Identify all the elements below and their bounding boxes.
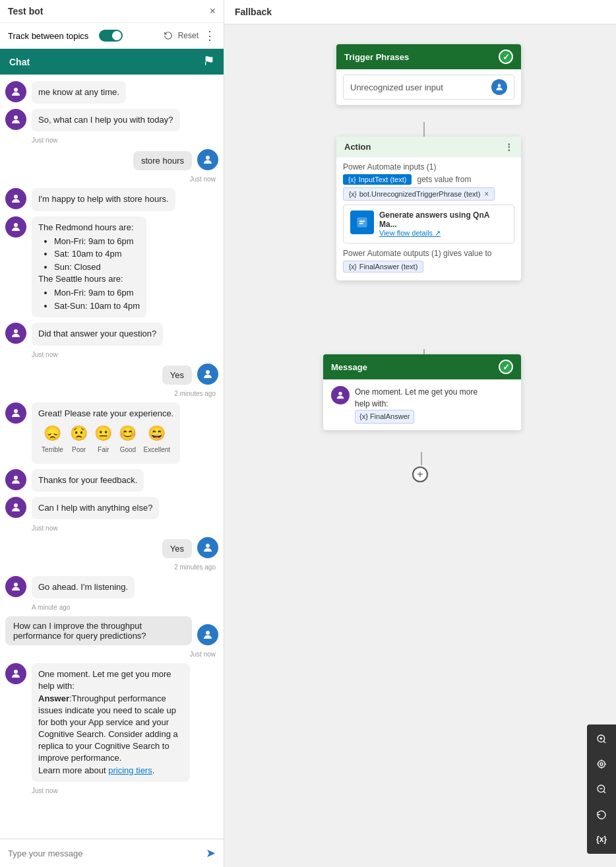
user-bubble: How can I improve the throughput perform… [5, 616, 192, 645]
message-card-header: Message ✓ [323, 354, 521, 379]
var-badge-row: {x} bot.UnrecognizedTriggerPhrase (text)… [343, 187, 514, 201]
rating-good[interactable]: 😊 Good [119, 424, 137, 455]
rating-excellent[interactable]: 😄 Excellent [144, 424, 171, 455]
qna-link[interactable]: View flow details ↗ [379, 229, 507, 238]
timestamp: Just now [32, 525, 218, 532]
good-label: Good [120, 445, 136, 455]
bot-bubble: The Redmond hours are: Mon-Fri: 9am to 6… [32, 216, 146, 318]
action-header: Action ⋮ [336, 137, 521, 157]
reset-label[interactable]: Reset [178, 31, 199, 40]
variables-button[interactable]: {x} [590, 827, 613, 851]
bot-avatar [5, 576, 26, 597]
timestamp: Just now [32, 787, 218, 794]
timestamp: 2 minutes ago [5, 563, 216, 571]
var-icon: {x} [349, 191, 357, 198]
pa-input-row: {x} InputText (text) gets value from [343, 174, 514, 185]
user-message-row: store hours [5, 149, 218, 170]
action-more-icon[interactable]: ⋮ [505, 142, 513, 152]
undo-button[interactable] [590, 802, 613, 826]
poor-emoji: 😟 [70, 424, 88, 444]
svg-point-7 [206, 370, 210, 374]
bot-message-row: The Redmond hours are: Mon-Fri: 9am to 6… [5, 216, 218, 318]
add-node-button[interactable]: + [412, 466, 428, 482]
close-button[interactable]: × [210, 5, 216, 17]
var-icon-input: {x} [348, 176, 356, 183]
qna-title: Generate answers using QnA Ma... [379, 210, 507, 229]
flag-icon[interactable] [204, 55, 214, 68]
user-message-row: Yes [5, 364, 218, 385]
connector-line [423, 122, 425, 137]
bot-message-row: Go ahead. I'm listening. [5, 576, 218, 598]
rating-poor[interactable]: 😟 Poor [70, 424, 88, 455]
bot-avatar [5, 81, 26, 102]
svg-point-2 [14, 115, 18, 119]
message-bot-row: One moment. Let me get you more help wit… [331, 386, 513, 424]
bot-message-row: Did that answer your question? [5, 323, 218, 345]
svg-point-9 [14, 476, 18, 480]
svg-point-3 [206, 156, 210, 160]
qna-card[interactable]: Generate answers using QnA Ma... View fl… [343, 205, 514, 243]
send-button[interactable]: ➤ [206, 846, 216, 860]
list-item: Mon-Fri: 9am to 6pm [54, 235, 140, 248]
user-avatar [197, 364, 218, 385]
chat-panel: Test bot × Track between topics Reset ⋮ … [0, 0, 224, 867]
trigger-card-header: Trigger Phrases ✓ [336, 44, 521, 69]
final-answer-label: FinalAnswer (text) [359, 263, 418, 271]
good-emoji: 😊 [119, 424, 137, 444]
bot-avatar [5, 497, 26, 518]
list-item: Sat-Sun: 10am to 4pm [54, 300, 140, 313]
more-options-icon[interactable]: ⋮ [204, 28, 216, 43]
final-icon: {x} [349, 263, 357, 271]
message-line1: One moment. Let me get you more [355, 387, 477, 397]
chat-body: me know at any time. So, what can I help… [0, 75, 224, 839]
bot-text: I'm happy to help with store hours. [38, 194, 169, 204]
seattle-label: The Seattle hours are: [38, 274, 123, 284]
final-answer-badge: {x} FinalAnswer (text) [343, 261, 423, 273]
message-body: One moment. Let me get you more help wit… [323, 379, 521, 430]
var-remove-button[interactable]: × [484, 189, 489, 199]
message-bot-avatar [331, 386, 350, 404]
excellent-label: Excellent [144, 445, 171, 455]
message-header-label: Message [331, 362, 367, 372]
track-toggle[interactable] [99, 30, 123, 42]
gets-value-text: gets value from [417, 175, 471, 184]
zoom-out-button[interactable] [590, 777, 613, 801]
action-card: Action ⋮ Power Automate inputs (1) {x} I… [336, 137, 521, 280]
bot-bubble: One moment. Let me get you more help wit… [32, 663, 190, 782]
bot-text: me know at any time. [38, 87, 119, 97]
bot-avatar [5, 109, 26, 130]
user-avatar [197, 149, 218, 170]
bot-avatar [5, 216, 26, 238]
rating-fair[interactable]: 😐 Fair [94, 424, 112, 455]
poor-label: Poor [72, 445, 86, 455]
check-mark: ✓ [503, 52, 510, 62]
user-bubble: store hours [133, 151, 192, 170]
list-item: Mon-Fri: 9am to 6pm [54, 286, 140, 300]
bot-text: Thanks for your feedback. [38, 475, 137, 485]
svg-point-11 [206, 544, 210, 548]
message-text: One moment. Let me get you more help wit… [355, 386, 477, 424]
bot-message-row: Thanks for your feedback. [5, 469, 218, 492]
user-message-row: How can I improve the throughput perform… [5, 616, 218, 645]
connector-3 [421, 452, 422, 465]
chat-input[interactable] [8, 849, 200, 858]
svg-point-8 [14, 409, 18, 413]
trigger-body: Unrecognized user input [336, 69, 521, 105]
zoom-in-button[interactable] [590, 727, 613, 751]
flow-title: Fallback [224, 0, 616, 24]
canvas-area: Trigger Phrases ✓ Unrecognized user inpu… [224, 24, 616, 867]
timestamp: 2 minutes ago [5, 390, 216, 397]
svg-point-5 [14, 223, 18, 227]
message-check-icon: ✓ [499, 360, 513, 374]
bot-text: Did that answer your question? [38, 329, 156, 338]
list-item: Sat: 10am to 4pm [54, 247, 140, 261]
reset-area[interactable]: Reset ⋮ [164, 28, 216, 43]
bot-bubble: me know at any time. [32, 81, 126, 104]
timestamp: Just now [5, 651, 216, 658]
pricing-link[interactable]: pricing tiers [108, 765, 152, 775]
target-button[interactable] [590, 752, 613, 776]
rating-row: 😞 Terrible 😟 Poor 😐 Fair 😊 Good [38, 420, 173, 459]
svg-point-13 [206, 631, 210, 635]
timestamp: A minute ago [32, 604, 218, 611]
rating-terrible[interactable]: 😞 Terrible [42, 424, 63, 455]
